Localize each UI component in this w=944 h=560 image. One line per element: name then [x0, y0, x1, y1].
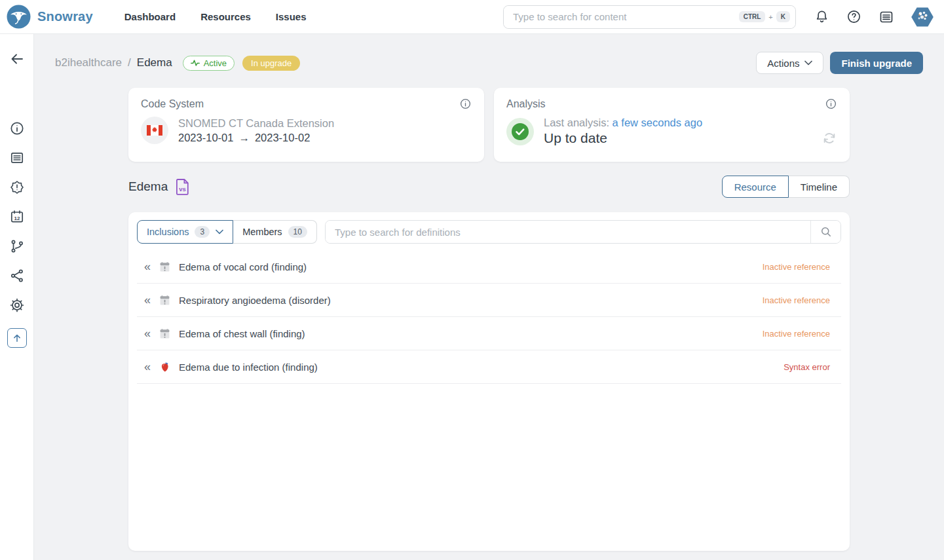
definition-row[interactable]: « Edema due to infection (finding) Synta…	[137, 350, 841, 384]
definitions-search	[325, 220, 841, 244]
svg-text:vs: vs	[179, 185, 187, 193]
inclusions-count-badge: 3	[195, 226, 210, 238]
expand-chevrons-icon[interactable]: «	[144, 361, 151, 373]
chevron-down-icon	[804, 60, 812, 65]
definition-label: Edema of vocal cord (finding)	[179, 261, 307, 272]
breadcrumb-separator: /	[128, 56, 131, 69]
view-toggle: Resource Timeline	[722, 176, 850, 198]
main-content: b2ihealthcare / Edema Active In upgrade …	[34, 34, 944, 560]
breadcrumb: b2ihealthcare / Edema Active In upgrade …	[55, 51, 923, 75]
nav-issues[interactable]: Issues	[276, 11, 307, 22]
chevron-down-icon	[216, 229, 223, 234]
gear-icon[interactable]	[9, 297, 25, 313]
upload-icon[interactable]	[7, 328, 27, 348]
info-icon[interactable]	[459, 98, 472, 110]
analysis-card: Analysis	[494, 88, 850, 162]
refresh-icon[interactable]	[821, 130, 837, 146]
definition-label: Edema of chest wall (finding)	[179, 328, 305, 339]
definitions-panel: Inclusions 3 Members 10	[128, 212, 850, 551]
badge-alert-icon[interactable]	[9, 179, 25, 195]
expand-chevrons-icon[interactable]: «	[144, 327, 151, 339]
resource-title: Edema	[128, 179, 168, 194]
definition-status: Inactive reference	[763, 295, 835, 305]
definitions-list: « Edema of vocal cord (finding) Inactive…	[137, 250, 841, 384]
news-icon[interactable]	[878, 9, 894, 25]
svg-text:12: 12	[14, 215, 20, 221]
main-nav: Dashboard Resources Issues	[124, 11, 307, 22]
code-system-card-title: Code System	[141, 98, 204, 110]
actions-button[interactable]: Actions	[756, 52, 823, 74]
calendar-icon[interactable]: 12	[9, 209, 25, 225]
k-key-badge: K	[776, 11, 790, 22]
share-icon[interactable]	[9, 268, 25, 284]
definition-row[interactable]: « Respiratory angioedema (disorder) Inac…	[137, 284, 841, 317]
nav-dashboard[interactable]: Dashboard	[124, 11, 176, 22]
snowray-logo-icon	[7, 5, 31, 29]
sidebar-icon-group: 12	[7, 121, 27, 348]
brand-name: Snowray	[37, 9, 93, 24]
definition-label: Respiratory angioedema (disorder)	[179, 295, 331, 306]
members-tab[interactable]: Members 10	[233, 220, 317, 244]
user-avatar[interactable]	[911, 6, 934, 28]
code-system-name: SNOMED CT Canada Extension	[178, 117, 334, 130]
tab-resource[interactable]: Resource	[722, 176, 789, 198]
code-system-card: Code System	[128, 88, 484, 162]
last-analysis-link[interactable]: a few seconds ago	[613, 117, 703, 128]
tab-timeline[interactable]: Timeline	[789, 176, 850, 198]
branch-icon[interactable]	[9, 238, 25, 254]
left-sidebar: 12	[0, 34, 34, 560]
brand[interactable]: Snowray	[7, 5, 93, 29]
definition-label: Edema due to infection (finding)	[179, 362, 318, 373]
canada-flag-icon	[141, 117, 168, 144]
inactive-concept-icon	[159, 295, 170, 306]
pulse-icon	[191, 59, 200, 67]
resource-section-header: Edema vs Resource Timeline	[128, 176, 850, 198]
search-icon[interactable]	[810, 221, 840, 243]
definition-row[interactable]: « Edema of chest wall (finding) Inactive…	[137, 317, 841, 350]
definition-status: Inactive reference	[763, 329, 835, 339]
expand-chevrons-icon[interactable]: «	[144, 294, 151, 306]
definition-row[interactable]: « Edema of vocal cord (finding) Inactive…	[137, 250, 841, 284]
arrow-right-icon: →	[238, 132, 250, 143]
inactive-concept-icon	[159, 261, 170, 272]
heart-concept-icon	[159, 362, 170, 373]
status-badge-active: Active	[183, 56, 235, 71]
info-icon[interactable]	[9, 121, 25, 136]
search-shortcut: CTRL + K	[739, 6, 790, 28]
finish-upgrade-button[interactable]: Finish upgrade	[830, 52, 923, 74]
expand-chevrons-icon[interactable]: «	[144, 261, 151, 272]
check-circle-icon	[506, 118, 534, 145]
help-icon[interactable]	[846, 9, 861, 24]
info-icon[interactable]	[825, 98, 837, 110]
definition-status: Syntax error	[784, 362, 835, 372]
ctrl-key-badge: CTRL	[739, 11, 766, 22]
inactive-concept-icon	[159, 328, 170, 339]
definition-status: Inactive reference	[763, 262, 835, 272]
code-system-dates: 2023-10-01→2023-10-02	[178, 132, 334, 144]
status-badge-in-upgrade: In upgrade	[242, 56, 300, 71]
last-analysis-line: Last analysis: a few seconds ago	[544, 117, 702, 129]
filter-bar: Inclusions 3 Members 10	[137, 220, 841, 244]
document-icon[interactable]	[9, 150, 25, 166]
analysis-status: Up to date	[544, 130, 702, 146]
global-search: CTRL + K	[503, 5, 796, 29]
definitions-search-input[interactable]	[326, 221, 810, 243]
back-icon[interactable]	[9, 51, 25, 67]
nav-resources[interactable]: Resources	[200, 11, 251, 22]
top-navbar: Snowray Dashboard Resources Issues CTRL …	[0, 0, 944, 34]
breadcrumb-current: Edema	[137, 56, 172, 69]
breadcrumb-parent[interactable]: b2ihealthcare	[55, 56, 122, 69]
inclusions-dropdown[interactable]: Inclusions 3	[137, 220, 233, 244]
value-set-icon: vs	[176, 178, 190, 195]
members-count-badge: 10	[288, 226, 307, 238]
navbar-icons	[814, 6, 934, 28]
analysis-card-title: Analysis	[506, 98, 546, 110]
notifications-bell-icon[interactable]	[814, 9, 829, 24]
